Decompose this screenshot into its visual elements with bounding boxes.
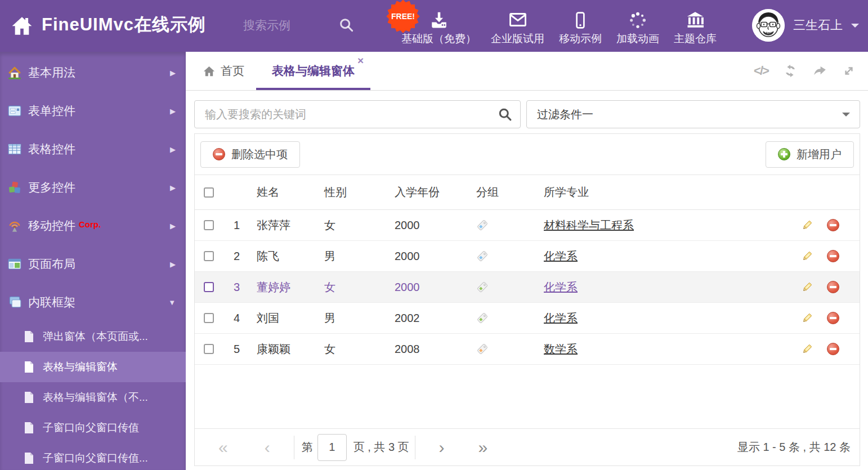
download-icon xyxy=(429,6,449,30)
main-content: 首页 表格与编辑窗体 × </> xyxy=(186,52,868,470)
sidebar-subitem-popup-window[interactable]: 弹出窗体（本页面或... xyxy=(0,321,186,352)
sidebar-item-page-layout[interactable]: 页面布局 ▶ xyxy=(0,245,186,283)
select-all-checkbox[interactable] xyxy=(204,187,214,198)
major-link[interactable]: 化学系 xyxy=(544,249,578,264)
row-checkbox[interactable] xyxy=(204,313,214,323)
delete-selected-button[interactable]: 删除选中项 xyxy=(200,141,300,168)
source-code-icon[interactable]: </> xyxy=(753,63,769,79)
column-header-name[interactable]: 姓名 xyxy=(240,185,324,200)
tag-icon[interactable] xyxy=(476,312,489,324)
major-link[interactable]: 化学系 xyxy=(544,311,578,326)
search-icon[interactable] xyxy=(497,106,513,122)
filter-dropdown[interactable]: 过滤条件一 xyxy=(526,100,860,128)
delete-icon[interactable] xyxy=(827,312,839,324)
minus-circle-icon xyxy=(213,148,225,160)
share-arrow-icon[interactable] xyxy=(812,63,827,79)
delete-icon[interactable] xyxy=(827,343,839,355)
edit-icon[interactable] xyxy=(801,281,813,293)
home-logo-icon[interactable] xyxy=(11,15,33,37)
chevron-right-icon: ▶ xyxy=(170,69,176,77)
prev-page-button[interactable]: ‹ xyxy=(265,439,270,456)
tab-grid-edit-window[interactable]: 表格与编辑窗体 × xyxy=(256,52,370,90)
row-name: 刘国 xyxy=(240,311,324,326)
next-page-button[interactable]: › xyxy=(439,439,445,456)
column-header-year[interactable]: 入学年份 xyxy=(395,185,476,200)
antenna-icon xyxy=(7,218,22,233)
chevron-down-icon xyxy=(851,24,859,32)
sidebar-item-basic-usage[interactable]: 基本用法 ▶ xyxy=(0,53,186,92)
sidebar-subitem-label: 子窗口向父窗口传值 xyxy=(43,420,139,435)
edit-icon[interactable] xyxy=(801,343,813,355)
chevron-down-icon xyxy=(842,113,850,120)
page-icon xyxy=(23,422,35,434)
expand-icon[interactable] xyxy=(841,63,857,79)
row-year: 2000 xyxy=(395,250,476,263)
sidebar-subitem-child-to-parent-2[interactable]: 子窗口向父窗口传值... xyxy=(0,443,186,470)
column-header-gender[interactable]: 性别 xyxy=(324,185,395,200)
sidebar-item-form-controls[interactable]: 表单控件 ▶ xyxy=(0,92,186,130)
page-number-input[interactable] xyxy=(317,434,347,461)
nav-item-loading-animation[interactable]: 加载动画 xyxy=(609,6,666,46)
last-page-button[interactable]: » xyxy=(478,439,488,456)
sidebar-item-mobile-controls[interactable]: 移动控件 Corp. ▶ xyxy=(0,207,186,245)
column-header-major[interactable]: 所学专业 xyxy=(544,185,789,200)
major-link[interactable]: 化学系 xyxy=(544,280,578,295)
row-year: 2002 xyxy=(395,312,476,325)
sidebar-item-grid-controls[interactable]: 表格控件 ▶ xyxy=(0,130,186,168)
delete-icon[interactable] xyxy=(827,281,839,293)
sidebar-item-more-controls[interactable]: 更多控件 ▶ xyxy=(0,168,186,207)
close-icon[interactable]: × xyxy=(357,55,364,66)
row-checkbox[interactable] xyxy=(204,251,214,261)
row-name: 陈飞 xyxy=(240,249,324,264)
page-total-label: 页 , 共 3 页 xyxy=(354,440,409,455)
tag-icon[interactable] xyxy=(476,250,489,262)
mail-icon xyxy=(508,6,528,30)
edit-icon[interactable] xyxy=(801,312,813,324)
free-badge: FREE! xyxy=(386,0,420,33)
header-search-input[interactable]: 搜索示例 xyxy=(243,17,290,33)
tab-home-label: 首页 xyxy=(221,63,244,79)
edit-icon[interactable] xyxy=(801,219,813,231)
edit-icon[interactable] xyxy=(801,250,813,262)
major-link[interactable]: 数学系 xyxy=(544,342,578,357)
tag-icon[interactable] xyxy=(476,343,489,355)
row-checkbox[interactable] xyxy=(204,282,214,292)
column-header-group[interactable]: 分组 xyxy=(476,185,544,200)
tag-icon[interactable] xyxy=(476,219,489,231)
row-gender: 男 xyxy=(324,311,395,326)
first-page-button[interactable]: « xyxy=(218,439,228,456)
nav-item-mobile-demo[interactable]: 移动示例 xyxy=(552,6,609,46)
tab-home[interactable]: 首页 xyxy=(203,52,244,90)
frames-icon xyxy=(7,295,22,310)
chevron-right-icon: ▶ xyxy=(170,183,176,192)
table-row[interactable]: 4 刘国 男 2002 化学系 xyxy=(195,303,860,334)
add-user-button[interactable]: 新增用户 xyxy=(766,141,854,168)
sidebar-subitem-grid-edit-window[interactable]: 表格与编辑窗体 xyxy=(0,352,186,382)
user-menu[interactable]: 三生石上 xyxy=(752,9,859,42)
table-row[interactable]: 5 康颖颖 女 2008 数学系 xyxy=(195,334,860,365)
nav-item-theme-repo[interactable]: 主题仓库 xyxy=(666,6,724,46)
delete-icon[interactable] xyxy=(827,250,839,262)
home-icon xyxy=(203,65,216,78)
grid-panel: 删除选中项 新增用户 姓名 性别 入学年份 分组 所学专业 xyxy=(194,133,860,466)
sidebar-subitem-label: 表格与编辑窗体 xyxy=(43,360,118,374)
table-row[interactable]: 2 陈飞 男 2000 化学系 xyxy=(195,241,860,272)
tag-icon[interactable] xyxy=(476,281,489,293)
sidebar-item-inline-frame[interactable]: 内联框架 ▼ xyxy=(0,283,186,321)
table-row[interactable]: 1 张萍萍 女 2000 材料科学与工程系 xyxy=(195,210,860,241)
row-checkbox[interactable] xyxy=(204,220,214,230)
keyword-search-input[interactable] xyxy=(195,101,520,128)
sidebar-subitem-label: 弹出窗体（本页面或... xyxy=(43,329,148,344)
table-row-selected[interactable]: 3 董婷婷 女 2000 化学系 xyxy=(195,272,860,303)
sidebar-subitem-child-to-parent[interactable]: 子窗口向父窗口传值 xyxy=(0,413,186,443)
refresh-icon[interactable] xyxy=(782,63,798,79)
top-header: FineUIMvc在线示例 搜索示例 FREE! 基础版（免费） xyxy=(0,0,868,52)
tab-toolbar: </> xyxy=(753,52,857,90)
row-checkbox[interactable] xyxy=(204,344,214,354)
delete-icon[interactable] xyxy=(827,219,839,231)
sidebar-subitem-grid-edit-window-2[interactable]: 表格与编辑窗体（不... xyxy=(0,382,186,413)
major-link[interactable]: 材料科学与工程系 xyxy=(544,218,634,233)
header-search-icon[interactable] xyxy=(338,16,355,33)
row-year: 2000 xyxy=(395,281,476,294)
nav-item-enterprise-trial[interactable]: 企业版试用 xyxy=(484,6,552,46)
